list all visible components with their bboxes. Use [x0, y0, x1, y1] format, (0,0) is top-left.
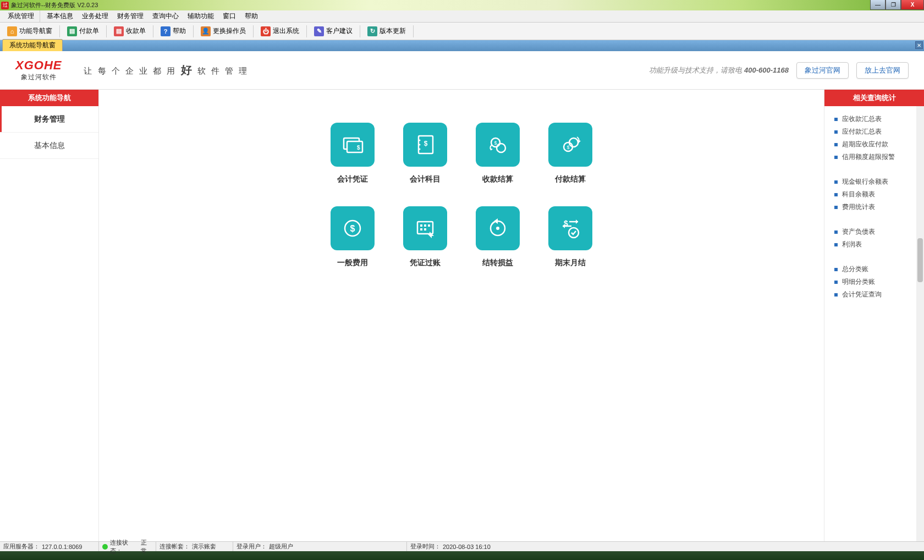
toolbar-label: 功能导航窗 — [19, 26, 52, 36]
help-icon: ? — [161, 26, 170, 36]
main-area: 系统功能导航 财务管理基本信息 会计凭证会计科目收款结算付款结算一般费用凭证过账… — [0, 90, 924, 541]
bullet-icon — [834, 281, 838, 284]
report-link[interactable]: 会计凭证查询 — [834, 288, 920, 301]
home-icon: ⌂ — [7, 26, 17, 36]
report-link[interactable]: 现金银行余额表 — [834, 175, 920, 188]
logo: XGOHE 象过河软件 — [15, 58, 62, 82]
function-voucher[interactable]: 会计凭证 — [317, 123, 388, 184]
post-icon — [403, 206, 447, 250]
toolbar-帮助[interactable]: ?帮助 — [156, 24, 191, 39]
close-icon — [548, 206, 592, 250]
report-link[interactable]: 应收款汇总表 — [834, 113, 920, 125]
update-icon: ↻ — [367, 26, 377, 36]
bullet-icon — [834, 293, 838, 297]
voucher-icon — [331, 123, 375, 167]
toolbar-功能导航窗[interactable]: ⌂功能导航窗 — [2, 24, 57, 39]
window-title: 象过河软件--财务免费版 V2.0.23 — [11, 1, 98, 9]
sidebar-item-1[interactable]: 基本信息 — [0, 133, 98, 159]
menu-2[interactable]: 业务处理 — [78, 10, 113, 23]
sidebar-item-0[interactable]: 财务管理 — [0, 106, 98, 133]
doc-icon: ▤ — [67, 26, 77, 36]
bullet-icon — [834, 130, 838, 134]
official-site-link[interactable]: 象过河官网 — [796, 62, 849, 79]
close-button[interactable]: X — [901, 0, 924, 10]
function-close[interactable]: 期末月结 — [535, 206, 606, 268]
app-icon: 过 — [1, 2, 9, 9]
toolbar-收款单[interactable]: ▤收款单 — [109, 24, 151, 39]
toolbar-label: 客户建议 — [326, 26, 353, 36]
menu-0[interactable]: 系统管理 — [3, 10, 40, 23]
report-link[interactable]: 科目余额表 — [834, 188, 920, 201]
support-text: 功能升级与技术支持，请致电 400-600-1168 — [649, 65, 789, 75]
toolbar-label: 付款单 — [79, 26, 99, 36]
bullet-icon — [834, 230, 838, 234]
minimize-button[interactable]: — — [870, 0, 886, 10]
menu-7[interactable]: 帮助 — [240, 10, 262, 23]
pay-icon — [548, 123, 592, 167]
bullet-icon — [834, 156, 838, 159]
upload-site-link[interactable]: 放上去官网 — [856, 62, 909, 79]
right-scrollbar[interactable] — [916, 106, 924, 541]
function-pay[interactable]: 付款结算 — [535, 123, 606, 184]
left-sidebar-header: 系统功能导航 — [0, 90, 98, 106]
function-expense[interactable]: 一般费用 — [317, 206, 388, 268]
report-link[interactable]: 资产负债表 — [834, 226, 920, 238]
carry-icon — [476, 206, 520, 250]
function-label: 收款结算 — [482, 174, 513, 184]
logo-subtitle: 象过河软件 — [21, 73, 57, 82]
function-label: 期末月结 — [555, 258, 586, 268]
exit-icon: ⏻ — [261, 26, 271, 36]
scrollbar-thumb[interactable] — [917, 238, 923, 282]
toolbar-label: 版本更新 — [380, 26, 406, 36]
toolbar-更换操作员[interactable]: 👤更换操作员 — [196, 24, 251, 39]
report-link[interactable]: 总分类账 — [834, 263, 920, 276]
tab-nav-window[interactable]: 系统功能导航窗 — [2, 39, 63, 51]
maximize-button[interactable]: ❐ — [886, 0, 901, 10]
toolbar-label: 更换操作员 — [213, 26, 246, 36]
status-bar: 应用服务器：127.0.0.1:8069 连接状态：正常 连接帐套：演示账套 登… — [0, 541, 924, 551]
doc-icon: ▤ — [114, 26, 124, 36]
report-link[interactable]: 利润表 — [834, 238, 920, 251]
menu-3[interactable]: 财务管理 — [113, 10, 148, 23]
window-titlebar: 过 象过河软件--财务免费版 V2.0.23 — ❐ X — [0, 0, 924, 10]
report-link[interactable]: 明细分类账 — [834, 276, 920, 288]
user-icon: 👤 — [201, 26, 211, 36]
note-icon: ✎ — [314, 26, 324, 36]
center-content: 会计凭证会计科目收款结算付款结算一般费用凭证过账结转损益期末月结 — [99, 90, 824, 541]
tab-strip: 系统功能导航窗 ✕ — [0, 40, 924, 51]
menu-1[interactable]: 基本信息 — [42, 10, 78, 23]
toolbar-客户建议[interactable]: ✎客户建议 — [309, 24, 358, 39]
function-subject[interactable]: 会计科目 — [389, 123, 461, 184]
menu-5[interactable]: 辅助功能 — [183, 10, 218, 23]
status-dot-icon — [102, 544, 108, 550]
menu-4[interactable]: 查询中心 — [148, 10, 183, 23]
toolbar-label: 退出系统 — [273, 26, 299, 36]
bullet-icon — [834, 206, 838, 209]
bullet-icon — [834, 180, 838, 184]
toolbar-付款单[interactable]: ▤付款单 — [62, 24, 104, 39]
function-post[interactable]: 凭证过账 — [389, 206, 461, 268]
bullet-icon — [834, 268, 838, 271]
function-label: 付款结算 — [555, 174, 586, 184]
report-link[interactable]: 超期应收应付款 — [834, 138, 920, 151]
function-label: 会计凭证 — [337, 174, 368, 184]
window-controls: — ❐ X — [870, 0, 924, 10]
report-link[interactable]: 应付款汇总表 — [834, 125, 920, 138]
subject-icon — [403, 123, 447, 167]
toolbar-版本更新[interactable]: ↻版本更新 — [362, 24, 411, 39]
slogan: 让 每 个 企 业 都 用 好 软 件 管 理 — [84, 63, 249, 78]
bullet-icon — [834, 193, 838, 196]
report-link[interactable]: 费用统计表 — [834, 201, 920, 213]
function-carry[interactable]: 结转损益 — [462, 206, 534, 268]
tab-close-icon[interactable]: ✕ — [915, 41, 923, 49]
expense-icon — [331, 206, 375, 250]
receive-icon — [476, 123, 520, 167]
brand-header: XGOHE 象过河软件 让 每 个 企 业 都 用 好 软 件 管 理 功能升级… — [0, 51, 924, 90]
menu-6[interactable]: 窗口 — [218, 10, 240, 23]
toolbar-label: 帮助 — [173, 26, 186, 36]
bullet-icon — [834, 143, 838, 146]
function-receive[interactable]: 收款结算 — [462, 123, 534, 184]
report-link[interactable]: 信用额度超限报警 — [834, 151, 920, 163]
function-label: 会计科目 — [410, 174, 441, 184]
toolbar-退出系统[interactable]: ⏻退出系统 — [256, 24, 304, 39]
